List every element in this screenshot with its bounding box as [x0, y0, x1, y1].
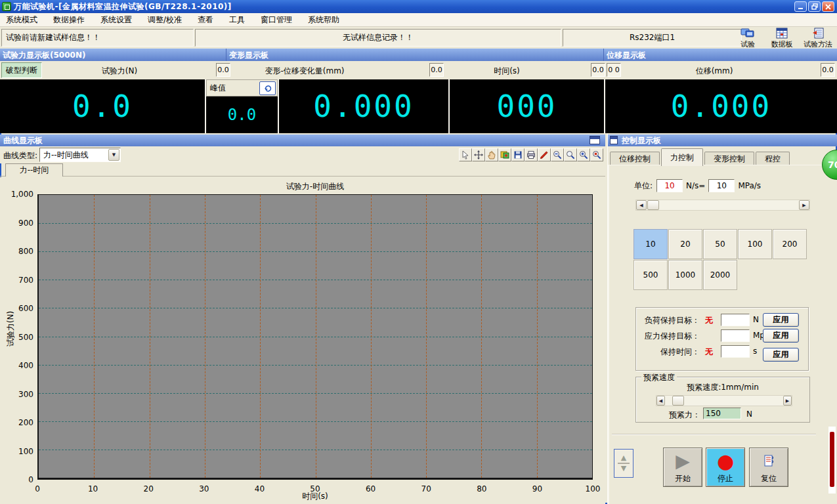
x-axis-label: 时间(s) — [37, 491, 593, 502]
scroll-right-icon[interactable]: ▶ — [799, 200, 809, 210]
speed-preset-10[interactable]: 10 — [633, 229, 668, 259]
speed-preset-500[interactable]: 500 — [633, 260, 668, 290]
pen-icon[interactable] — [538, 148, 551, 161]
force-label: 试验力(N) — [102, 66, 137, 77]
zoom-icon[interactable] — [564, 148, 577, 161]
menu-system-help[interactable]: 系统帮助 — [308, 14, 339, 26]
y-tick-label: 400 — [18, 361, 33, 370]
rate-n-input[interactable]: 10 — [656, 179, 683, 192]
menu-adjust-calibrate[interactable]: 调整/校准 — [148, 14, 182, 26]
v-gridline — [94, 195, 95, 478]
zoom-out-icon[interactable] — [551, 148, 564, 161]
tab-displacement-control[interactable]: 位移控制 — [610, 152, 660, 166]
time-hold-input[interactable] — [721, 345, 750, 358]
time-display: 000 — [450, 79, 604, 133]
menu-system-mode[interactable]: 系统模式 — [6, 14, 37, 26]
reset-button[interactable]: 复位 — [749, 448, 788, 487]
time-apply-button[interactable]: 应用 — [763, 348, 799, 362]
curve-panel-header: 曲线显示板 — [0, 135, 605, 146]
load-apply-button[interactable]: 应用 — [763, 313, 799, 327]
stress-hold-label: 应力保持目标： — [636, 331, 700, 342]
pan-icon[interactable] — [472, 148, 485, 161]
v-gridline — [150, 195, 150, 478]
pretension-force-unit: N — [746, 410, 752, 419]
v-gridline — [537, 195, 538, 478]
deform-aux-value: 0.0 — [429, 63, 444, 77]
test-button[interactable]: 试验 — [732, 28, 763, 49]
data-board-icon — [766, 28, 798, 39]
pretension-scrollbar[interactable]: ◀ ▶ — [656, 395, 792, 406]
tab-program-control[interactable]: 程控 — [756, 152, 790, 166]
tab-force-time[interactable]: 力--时间 — [5, 163, 63, 177]
force-display: 0.0 — [0, 79, 205, 133]
zoom-window-icon[interactable] — [590, 148, 603, 161]
speed-preset-100[interactable]: 100 — [738, 229, 772, 259]
stop-button[interactable]: ● 停止 — [706, 448, 745, 487]
rate-suffix-label: MPa/s — [738, 181, 761, 190]
jog-button[interactable]: ▲ ▼ — [614, 449, 633, 478]
deform-display: 0.000 — [279, 79, 448, 133]
zoom-in-icon[interactable] — [577, 148, 590, 161]
pretension-scroll-thumb[interactable] — [672, 396, 684, 406]
speed-preset-20[interactable]: 20 — [668, 229, 702, 259]
load-hold-row: 负荷保持目标： 无 N 应用 — [636, 314, 808, 327]
displacement-aux-value: 0.0 — [821, 63, 835, 77]
speed-preset-2000[interactable]: 2000 — [703, 260, 737, 290]
stop-circle-icon: ● — [717, 448, 734, 473]
menu-tools[interactable]: 工具 — [229, 14, 245, 26]
v-gridline — [481, 195, 482, 478]
curve-type-select[interactable]: 力--时间曲线 ▼ — [39, 148, 121, 162]
curve-controls: 曲线类型: 力--时间曲线 ▼ — [0, 146, 605, 163]
menu-bar: 系统模式 数据操作 系统设置 调整/校准 查看 工具 窗口管理 系统帮助 — [0, 13, 837, 27]
rate-scroll-thumb[interactable] — [647, 200, 659, 210]
menu-window-manage[interactable]: 窗口管理 — [261, 14, 292, 26]
maximize-panel-icon[interactable] — [590, 136, 600, 144]
pretension-speed-text: 预紧速度:1mm/min — [636, 382, 809, 393]
displacement-aux-value-left: 0 0 — [607, 63, 621, 77]
time-hold-flag: 无 — [702, 346, 716, 358]
scroll-right-icon[interactable]: ▶ — [783, 396, 792, 406]
scroll-left-icon[interactable]: ◀ — [636, 200, 647, 210]
curve-tab-row: 力--时间 — [0, 163, 605, 177]
rate-scrollbar[interactable]: ◀ ▶ — [635, 200, 810, 211]
speed-preset-50[interactable]: 50 — [703, 229, 737, 259]
stress-hold-input[interactable] — [721, 329, 750, 342]
restore-button[interactable] — [808, 1, 821, 12]
rate-mpa-input[interactable]: 10 — [708, 179, 735, 192]
stress-apply-button[interactable]: 应用 — [763, 329, 799, 343]
stress-hold-row: 应力保持目标： Mpa 应用 — [636, 329, 808, 343]
menu-view[interactable]: 查看 — [198, 14, 213, 26]
y-tick-label: 800 — [18, 247, 33, 256]
start-button[interactable]: ▶ 开始 — [663, 448, 702, 487]
copy-image-icon[interactable] — [498, 148, 511, 161]
menu-data-ops[interactable]: 数据操作 — [53, 14, 85, 26]
data-board-button[interactable]: 数据板 — [766, 28, 798, 49]
print-icon[interactable] — [525, 148, 538, 161]
control-panel: 控制显示板 位移控制 力控制 变形控制 程控 单位: 10 N/s= 10 MP… — [607, 133, 837, 504]
control-tabs: 位移控制 力控制 变形控制 程控 — [608, 148, 837, 166]
chevron-down-icon[interactable]: ▼ — [108, 149, 119, 161]
time-aux-value: 0.0 — [591, 63, 605, 77]
tab-deform-control[interactable]: 变形控制 — [704, 152, 754, 166]
save-icon[interactable] — [511, 148, 525, 161]
peak-reset-button[interactable] — [259, 81, 276, 95]
refresh-icon — [263, 85, 272, 93]
close-button[interactable] — [822, 1, 834, 12]
break-judge-button[interactable]: 破型判断 — [1, 62, 42, 78]
tab-force-control[interactable]: 力控制 — [661, 148, 703, 166]
speed-preset-200[interactable]: 200 — [773, 229, 807, 259]
time-hold-label: 保持时间： — [636, 346, 700, 358]
pretension-force-input[interactable]: 150 — [703, 408, 741, 419]
test-method-button[interactable]: 试验方法 — [800, 28, 836, 49]
minimize-button[interactable] — [794, 1, 807, 12]
cursor-icon[interactable] — [459, 148, 472, 161]
hand-icon[interactable] — [485, 148, 498, 161]
load-hold-input[interactable] — [721, 314, 750, 326]
arrow-down-icon: ▼ — [621, 465, 626, 472]
menu-system-settings[interactable]: 系统设置 — [100, 14, 132, 26]
plot-wrap: 1,00090080070060050040030020010000102030… — [37, 194, 593, 480]
v-gridline — [371, 195, 372, 478]
speed-preset-1000[interactable]: 1000 — [668, 260, 702, 290]
chart-region: 试验力-时间曲线 试验力(N) 1,0009008007006005004003… — [0, 177, 605, 504]
scroll-left-icon[interactable]: ◀ — [656, 396, 665, 406]
